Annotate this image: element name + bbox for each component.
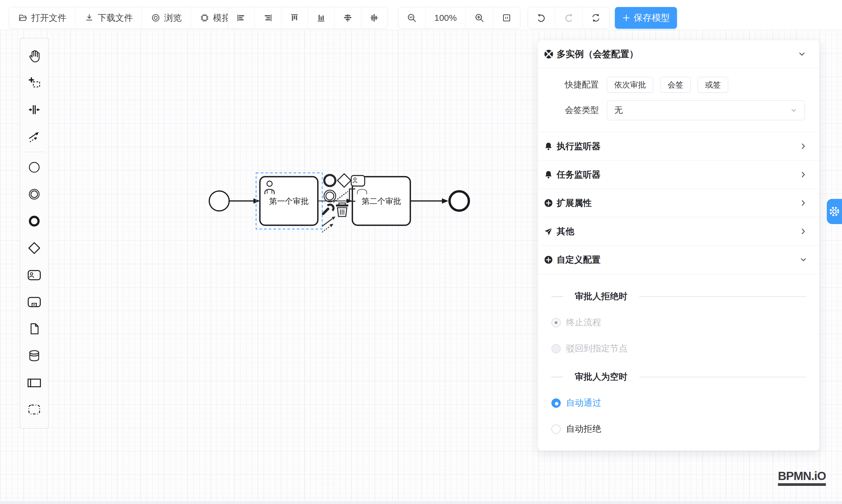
reject-title-text: 审批人拒绝时	[575, 290, 628, 303]
radio-button[interactable]	[551, 425, 561, 434]
align-bottom-button[interactable]	[308, 7, 334, 29]
radio-auto-reject[interactable]: 自动拒绝	[538, 423, 820, 435]
send-icon	[544, 227, 553, 236]
radio-assign-member[interactable]: 指定成员审批	[538, 449, 820, 450]
bpmn-io-logo: BPMN.iO	[778, 469, 826, 486]
radio-return-to-node[interactable]: 驳回到指定节点	[538, 343, 820, 355]
create-data-store[interactable]	[20, 342, 49, 369]
save-model-button[interactable]: 保存模型	[615, 7, 677, 29]
align-left-button[interactable]	[228, 7, 255, 29]
zoom-in-icon	[474, 13, 485, 23]
top-toolbar: 打开文件 下载文件 浏览	[0, 0, 842, 30]
chevron-down-icon[interactable]	[797, 50, 807, 59]
fit-viewport-icon	[501, 13, 512, 23]
start-event-icon	[27, 160, 42, 175]
sign-type-value: 无	[614, 104, 790, 116]
radio-label: 指定成员审批	[566, 449, 619, 450]
plus-circle-icon	[544, 255, 553, 265]
chevron-right-icon	[799, 199, 808, 208]
section-task-listener[interactable]: 任务监听器	[538, 161, 820, 189]
radio-label: 自动拒绝	[566, 423, 601, 435]
zoom-in-button[interactable]	[466, 7, 493, 29]
align-center-button[interactable]	[334, 7, 361, 29]
section-execution-listener[interactable]: 执行监听器	[538, 132, 820, 160]
space-tool-icon	[27, 102, 42, 117]
radio-label: 终止流程	[566, 317, 601, 328]
create-gateway[interactable]	[20, 235, 49, 262]
settings-tab[interactable]	[827, 199, 842, 224]
align-center-icon	[343, 13, 353, 23]
radio-auto-pass[interactable]: 自动通过	[538, 397, 820, 409]
browse-button[interactable]: 浏览	[142, 7, 191, 29]
fit-viewport-button[interactable]	[493, 7, 520, 29]
create-user-task[interactable]	[20, 262, 49, 288]
create-start-event[interactable]	[20, 154, 49, 181]
end-event-icon	[27, 214, 42, 229]
create-end-event[interactable]	[20, 208, 49, 235]
align-top-icon	[290, 13, 299, 23]
history-button-group	[528, 7, 610, 29]
radio-button[interactable]	[551, 450, 561, 451]
quick-option-sequential[interactable]: 依次审批	[607, 77, 653, 93]
lasso-tool[interactable]	[20, 69, 49, 96]
download-icon	[84, 13, 94, 23]
chevron-down-icon	[790, 107, 797, 114]
sign-type-row: 会签类型 无	[538, 100, 820, 120]
gateway-icon	[27, 240, 42, 256]
zoom-out-button[interactable]	[398, 7, 425, 29]
logo-underline	[778, 483, 826, 486]
hand-tool[interactable]	[20, 42, 49, 69]
quick-option-countersign[interactable]: 会签	[660, 77, 691, 93]
zoom-level-display[interactable]: 100%	[425, 7, 466, 29]
radio-label: 自动通过	[566, 397, 601, 409]
radio-terminate-process[interactable]: 终止流程	[538, 317, 820, 328]
plus-circle-icon	[544, 198, 553, 208]
align-top-button[interactable]	[281, 7, 308, 29]
open-file-label: 打开文件	[31, 12, 67, 24]
create-subprocess[interactable]	[20, 288, 49, 315]
divider	[551, 296, 563, 297]
create-data-object[interactable]	[20, 315, 49, 342]
hand-icon	[27, 48, 42, 64]
create-group[interactable]	[20, 396, 49, 423]
align-bottom-icon	[316, 13, 326, 23]
section-label: 任务监听器	[557, 169, 799, 181]
divider	[551, 377, 563, 377]
quick-option-orsign[interactable]: 或签	[698, 77, 728, 93]
browse-eye-icon	[151, 13, 161, 23]
section-extended-properties[interactable]: 扩展属性	[538, 189, 820, 217]
open-file-button[interactable]: 打开文件	[9, 7, 75, 29]
section-other[interactable]: 其他	[538, 217, 820, 246]
create-intermediate-event[interactable]	[20, 181, 49, 208]
section-custom-config[interactable]: 自定义配置	[538, 246, 820, 274]
panel-title: 多实例（会签配置）	[557, 48, 797, 60]
space-tool[interactable]	[20, 96, 49, 123]
undo-icon	[536, 13, 547, 23]
radio-button[interactable]	[551, 398, 561, 408]
refresh-icon	[591, 13, 601, 23]
zoom-button-group: 100%	[398, 7, 520, 29]
align-right-button[interactable]	[255, 7, 281, 29]
create-participant[interactable]	[20, 369, 49, 396]
align-middle-button[interactable]	[361, 7, 387, 29]
quick-config-label: 快捷配置	[565, 79, 599, 91]
radio-button[interactable]	[551, 344, 561, 353]
divider	[538, 274, 820, 274]
redo-button[interactable]	[555, 7, 582, 29]
zoom-out-icon	[406, 13, 417, 23]
bottom-scrollbar-strip[interactable]	[0, 501, 842, 504]
sign-type-label: 会签类型	[565, 104, 599, 116]
reset-button[interactable]	[582, 7, 609, 29]
download-file-button[interactable]: 下载文件	[75, 7, 142, 29]
section-label: 其他	[557, 226, 799, 237]
sign-type-select[interactable]: 无	[607, 100, 805, 120]
chevron-down-icon	[799, 255, 808, 264]
data-store-icon	[27, 348, 42, 363]
group-icon	[27, 402, 42, 417]
folder-open-icon	[18, 13, 28, 23]
panel-header[interactable]: 多实例（会签配置）	[538, 40, 820, 68]
bell-icon	[544, 142, 553, 151]
global-connect-tool[interactable]	[20, 123, 49, 150]
radio-button[interactable]	[551, 318, 561, 327]
undo-button[interactable]	[528, 7, 555, 29]
